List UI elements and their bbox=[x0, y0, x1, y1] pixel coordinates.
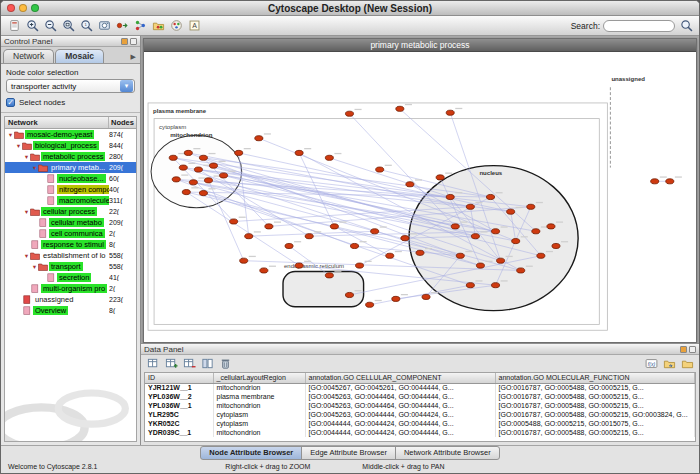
tree-row-primary-metab[interactable]: ▼primary metab...209( bbox=[5, 162, 136, 173]
tree-row-cellular-process[interactable]: ▼cellular process22( bbox=[5, 206, 136, 217]
table-cell[interactable]: [GO:0044444, GO:0044424, GO:0044444, G..… bbox=[305, 419, 495, 428]
network-node[interactable] bbox=[547, 224, 555, 229]
table-cell[interactable]: cytoplasm bbox=[213, 410, 305, 419]
network-node[interactable] bbox=[451, 224, 459, 229]
network-edge[interactable] bbox=[349, 114, 455, 227]
tree-row-cellular-metabo[interactable]: cellular metabo209( bbox=[5, 217, 136, 228]
table-row[interactable]: YDR039C__1mitochondrion[GO:0044444, GO:0… bbox=[145, 428, 695, 437]
network-node[interactable] bbox=[401, 236, 409, 241]
data-panel-float-icon[interactable] bbox=[680, 346, 687, 353]
table-cell[interactable]: mitochondrion bbox=[213, 383, 305, 392]
network-node[interactable] bbox=[446, 110, 454, 115]
tree-row-nitrogen-compo[interactable]: nitrogen compo40( bbox=[5, 184, 136, 195]
tree-column-network[interactable]: Network bbox=[5, 117, 109, 128]
table-cell[interactable]: YDR039C__1 bbox=[145, 428, 213, 437]
table-cell[interactable]: mitochondrion bbox=[213, 401, 305, 410]
network-node[interactable] bbox=[456, 253, 464, 258]
tab-scroll-right-icon[interactable]: ▶ bbox=[129, 53, 138, 63]
network-node[interactable] bbox=[486, 194, 494, 199]
network-node[interactable] bbox=[446, 194, 454, 199]
table-row[interactable]: YLR295Ccytoplasm[GO:0045263, GO:0044444,… bbox=[145, 410, 695, 419]
network-node[interactable] bbox=[182, 190, 190, 195]
network-canvas[interactable]: plasma membrane cytoplasm mitochondrion … bbox=[144, 52, 696, 342]
network-node[interactable] bbox=[366, 302, 374, 307]
function-builder-icon[interactable]: f(x) bbox=[643, 356, 659, 372]
table-cell[interactable]: [GO:0005488, GO:0005215, GO:0015075, G..… bbox=[495, 419, 695, 428]
network-node[interactable] bbox=[172, 177, 180, 182]
tree-row-biological-process[interactable]: ▼biological_process844( bbox=[5, 140, 136, 151]
table-cell[interactable]: [GO:0016787, GO:0005488, GO:0005215, G..… bbox=[495, 383, 695, 392]
tree-row-transport[interactable]: ▼transport558( bbox=[5, 261, 136, 272]
window-titlebar[interactable]: Cytoscape Desktop (New Session) bbox=[1, 1, 699, 16]
tree-row-unassigned[interactable]: unassigned223( bbox=[5, 294, 136, 305]
table-cell[interactable]: [GO:0044444, GO:0044424, GO:0044444, G..… bbox=[305, 428, 495, 437]
network-node[interactable] bbox=[416, 250, 424, 255]
table-cell[interactable]: [GO:0016787, GO:0005488, GO:0005215, G..… bbox=[495, 392, 695, 401]
column-header[interactable]: annotation.GO CELLULAR_COMPONENT bbox=[305, 373, 495, 383]
select-attributes-icon[interactable] bbox=[145, 356, 161, 372]
table-row[interactable]: YPL036W__1mitochondrion[GO:0045263, GO:0… bbox=[145, 401, 695, 410]
table-cell[interactable]: mitochondrion bbox=[213, 428, 305, 437]
column-header[interactable]: _cellularLayoutRegion bbox=[213, 373, 305, 383]
open-folder-icon[interactable] bbox=[679, 356, 695, 372]
tab-edge-attribute-browser[interactable]: Edge Attribute Browser bbox=[301, 446, 396, 460]
tree-row-nucleobase[interactable]: nucleobase...60( bbox=[5, 173, 136, 184]
tree-expand-arrow-icon[interactable]: ▼ bbox=[23, 253, 30, 259]
chevron-down-icon[interactable]: ▾ bbox=[120, 80, 133, 92]
network-node[interactable] bbox=[492, 283, 500, 288]
table-cell[interactable]: [GO:0045267, GO:0045261, GO:0044444, G..… bbox=[305, 383, 495, 392]
network-node[interactable] bbox=[532, 229, 540, 234]
network-node[interactable] bbox=[240, 258, 248, 263]
network-node[interactable] bbox=[476, 263, 484, 268]
network-node[interactable] bbox=[512, 239, 520, 244]
color-attribute-select[interactable]: transporter activity ▾ bbox=[6, 79, 135, 93]
table-row[interactable]: YPL036W__2plasma membrane[GO:0045263, GO… bbox=[145, 392, 695, 401]
network-node[interactable] bbox=[466, 283, 474, 288]
table-cell[interactable]: YPL036W__2 bbox=[145, 392, 213, 401]
network-node[interactable] bbox=[255, 136, 263, 141]
table-cell[interactable]: YLR295C bbox=[145, 410, 213, 419]
network-node[interactable] bbox=[436, 175, 444, 180]
tab-network[interactable]: Network bbox=[3, 49, 54, 63]
network-node[interactable] bbox=[230, 219, 238, 224]
network-canvas-svg[interactable]: plasma membrane cytoplasm mitochondrion … bbox=[144, 52, 696, 342]
network-node[interactable] bbox=[194, 167, 202, 172]
tree-row-mosaic-demo-yeast[interactable]: ▼mosaic-demo-yeast874( bbox=[5, 129, 136, 140]
network-node[interactable] bbox=[356, 263, 364, 268]
network-node[interactable] bbox=[392, 296, 400, 301]
network-node[interactable] bbox=[325, 273, 333, 278]
network-node[interactable] bbox=[199, 191, 207, 196]
zoom-window-button[interactable] bbox=[31, 4, 39, 12]
table-cell[interactable]: [GO:0016787, GO:0005488, GO:0005215, G..… bbox=[495, 401, 695, 410]
network-node[interactable] bbox=[466, 204, 474, 209]
table-cell[interactable]: YPL036W__1 bbox=[145, 401, 213, 410]
table-cell[interactable]: YKR052C bbox=[145, 419, 213, 428]
network-node[interactable] bbox=[220, 173, 228, 178]
tree-row-secretion[interactable]: secretion41( bbox=[5, 272, 136, 283]
column-header[interactable]: annotation.GO MOLECULAR_FUNCTION bbox=[495, 373, 695, 383]
tree-row-metabolic-process[interactable]: ▼metabolic process280( bbox=[5, 151, 136, 162]
tab-network-attribute-browser[interactable]: Network Attribute Browser bbox=[395, 446, 500, 460]
table-cell[interactable]: cytoplasm bbox=[213, 419, 305, 428]
new-session-icon[interactable] bbox=[6, 18, 22, 34]
zoom-fit-icon[interactable]: 1 bbox=[78, 18, 94, 34]
network-node[interactable] bbox=[350, 243, 358, 248]
table-cell[interactable]: [GO:0045263, GO:0044464, GO:0044444, G..… bbox=[305, 401, 495, 410]
tree-row-establishment-of-lo[interactable]: ▼establishment of lo558( bbox=[5, 250, 136, 261]
search-input[interactable] bbox=[603, 20, 675, 32]
column-header[interactable]: ID bbox=[145, 373, 213, 383]
network-node[interactable] bbox=[406, 182, 414, 187]
minimize-button[interactable] bbox=[19, 4, 27, 12]
network-node[interactable] bbox=[179, 165, 187, 170]
tree-expand-arrow-icon[interactable]: ▼ bbox=[23, 154, 30, 160]
snapshot-icon[interactable] bbox=[96, 18, 112, 34]
import-attributes-icon[interactable] bbox=[661, 356, 677, 372]
network-node[interactable] bbox=[386, 253, 394, 258]
table-cell[interactable]: YJR121W__1 bbox=[145, 383, 213, 392]
tree-row-macromolecule[interactable]: macromolecule311( bbox=[5, 195, 136, 206]
table-cell[interactable]: [GO:0045263, GO:0044444, GO:0044424, G..… bbox=[305, 410, 495, 419]
network-node[interactable] bbox=[169, 155, 177, 160]
tree-row-multi-organism-pro[interactable]: multi-organism pro2( bbox=[5, 283, 136, 294]
network-node[interactable] bbox=[651, 179, 659, 184]
hide-selected-icon[interactable] bbox=[114, 18, 130, 34]
